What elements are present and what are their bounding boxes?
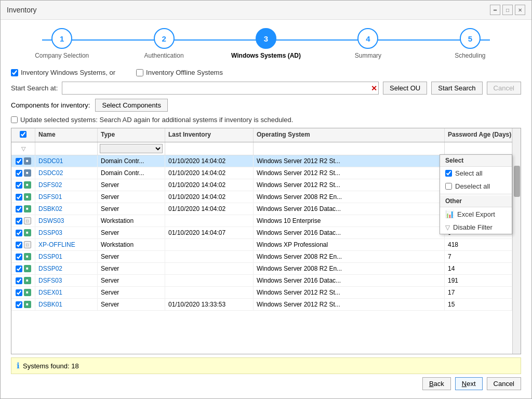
select-all-checkbox[interactable] [445,170,452,177]
row-checkbox[interactable] [16,301,22,308]
row-check[interactable]: ■ [11,203,35,215]
header-checkbox[interactable] [20,131,26,138]
row-check[interactable]: □ [11,239,35,250]
back-button[interactable]: Back [422,377,451,390]
search-input[interactable] [62,82,379,95]
cancel-button[interactable]: Cancel [487,377,521,390]
close-button[interactable]: ✕ [515,5,525,15]
row-name: DSBK01 [35,299,98,310]
row-check[interactable]: ■ [11,227,35,238]
select-ou-button[interactable]: Select OU [383,82,427,95]
table-row[interactable]: ■ DSEX01 Server Windows Server 2012 R2 S… [11,287,512,299]
context-menu-deselect-all[interactable]: Deselect all [440,180,512,193]
table-row[interactable]: □ DSWS03 Workstation Windows 10 Enterpri… [11,215,512,227]
header-name: Name [35,128,98,142]
row-os: Windows Server 2008 R2 En... [254,191,445,203]
row-check[interactable]: ■ [11,179,35,191]
header-os: Operating System [254,128,445,142]
row-checkbox[interactable] [16,230,22,236]
filter-icon: ▽ [21,145,25,152]
clear-search-button[interactable]: ✕ [371,84,377,92]
back-underline: Back [429,380,444,388]
row-checkbox[interactable] [16,206,22,212]
table-row[interactable]: ■ DSDC01 Domain Contr... 01/10/2020 14:0… [11,155,512,167]
row-checkbox[interactable] [16,170,22,177]
inventory-offline-checkbox[interactable] [136,69,143,76]
row-checkbox[interactable] [16,218,22,224]
row-check[interactable]: ■ [11,263,35,274]
row-type: Server [98,263,165,274]
excel-icon: 📊 [445,210,454,218]
context-menu-excel-export[interactable]: 📊 Excel Export [440,207,512,221]
row-check[interactable]: ■ [11,167,35,179]
row-os: Windows 10 Enterprise [254,215,445,227]
info-icon: ℹ [17,361,20,370]
update-checkbox[interactable] [11,116,18,123]
table-row[interactable]: ■ DSFS03 Server Windows Server 2016 Data… [11,275,512,287]
start-search-button[interactable]: Start Search [431,82,482,95]
scrollbar-thumb[interactable] [514,166,520,197]
wizard-step-1[interactable]: 1 Company Selection [11,28,113,59]
row-check[interactable]: ■ [11,251,35,262]
row-checkbox[interactable] [16,254,22,260]
wizard-step-3[interactable]: 3 Windows Systems (AD) [215,28,317,59]
row-check[interactable]: ■ [11,191,35,203]
table-row[interactable]: ■ DSFS01 Server 01/10/2020 14:04:02 Wind… [11,191,512,203]
table-header-row: Name Type Last Inventory Operating Syste… [11,128,521,155]
table-row[interactable]: ■ DSBK02 Server 01/10/2020 14:04:02 Wind… [11,203,512,215]
server-icon: ■ [24,253,31,260]
row-check[interactable]: ■ [11,275,35,286]
filter-type[interactable] [98,142,165,155]
table-row[interactable]: ■ DSFS02 Server 01/10/2020 14:04:02 Wind… [11,179,512,191]
deselect-all-checkbox[interactable] [445,183,452,190]
row-checkbox[interactable] [16,277,22,284]
next-button[interactable]: Next [455,377,483,390]
row-checkbox[interactable] [16,182,22,189]
restore-button[interactable]: □ [502,5,513,15]
table-row[interactable]: ■ DSSP02 Server Windows Server 2008 R2 E… [11,263,512,275]
type-filter-select[interactable] [100,144,163,153]
row-type: Server [98,275,165,286]
update-checkbox-label[interactable]: Update selected systems: Search AD again… [11,116,521,124]
header-check[interactable] [11,128,35,142]
row-check[interactable]: ■ [11,299,35,310]
minimize-button[interactable]: ━ [490,5,500,15]
row-inventory [165,263,254,274]
disable-filter-label: Disable Filter [453,223,493,231]
row-checkbox[interactable] [16,265,22,272]
wizard-step-5[interactable]: 5 Scheduling [419,28,521,59]
cancel-search-button[interactable]: Cancel [487,82,521,95]
row-checkbox[interactable] [16,289,22,296]
row-check[interactable]: □ [11,215,35,227]
row-checkbox[interactable] [16,242,22,248]
scrollbar[interactable] [512,155,521,354]
row-check[interactable]: ■ [11,287,35,298]
row-checkbox[interactable] [16,158,22,165]
header-inventory: Last Inventory [165,128,254,142]
server-icon: ■ [24,193,31,201]
inventory-windows-checkbox-label[interactable]: Inventory Windows Systems, or [11,69,115,76]
context-menu-disable-filter[interactable]: ▽ Disable Filter [440,221,512,234]
row-check[interactable]: ■ [11,155,35,167]
row-os: Windows Server 2012 R2 St... [254,179,445,191]
row-os: Windows Server 2016 Datac... [254,227,445,238]
wizard-step-4[interactable]: 4 Summary [317,28,419,59]
table-row[interactable]: ■ DSDC02 Domain Contr... 01/10/2020 14:0… [11,167,512,179]
table-row[interactable]: ■ DSSP03 Server 01/10/2020 14:04:07 Wind… [11,227,512,239]
select-components-button[interactable]: Select Components [95,99,167,112]
step-4-circle: 4 [357,28,378,49]
row-checkbox[interactable] [16,194,22,201]
workstation-icon: □ [24,217,31,224]
table-row[interactable]: □ XP-OFFLINE Workstation Windows XP Prof… [11,239,512,251]
table-row[interactable]: ■ DSSP01 Server Windows Server 2008 R2 E… [11,251,512,263]
row-inventory [165,215,254,227]
components-row: Components for inventory: Select Compone… [11,99,521,112]
inventory-windows-checkbox[interactable] [11,69,18,76]
row-name: DSFS01 [35,191,98,203]
context-menu-select-all[interactable]: Select all [440,167,512,180]
table-row[interactable]: ■ DSBK01 Server 01/10/2020 13:33:53 Wind… [11,299,512,311]
wizard-step-2[interactable]: 2 Authentication [113,28,215,59]
inventory-offline-checkbox-label[interactable]: Inventory Offline Systems [136,69,223,76]
components-label: Components for inventory: [11,101,90,109]
step-3-label: Windows Systems (AD) [231,52,301,59]
